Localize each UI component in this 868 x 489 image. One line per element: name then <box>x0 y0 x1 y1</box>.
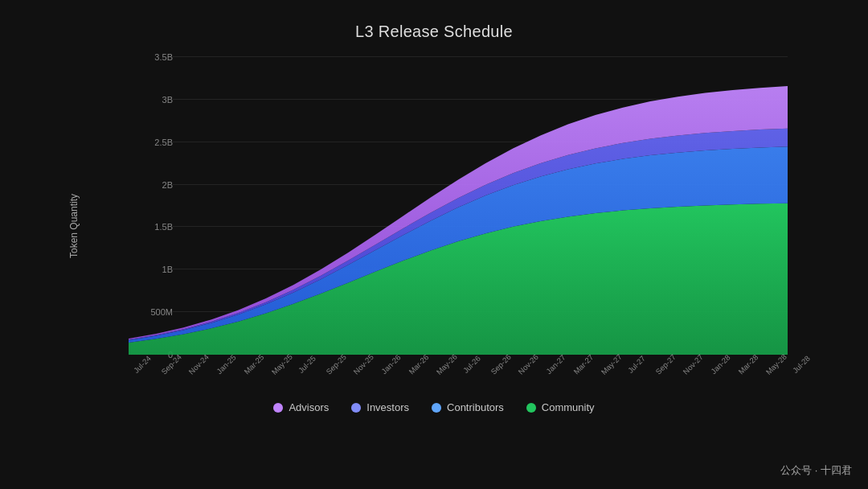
x-tick-label: Nov-24 <box>187 352 211 376</box>
x-tick-label: May-28 <box>764 352 788 376</box>
chart-area: Token Quantity 0500M1B1.5B2B2.5B3B3.5B <box>80 57 788 395</box>
x-tick-label: May-27 <box>599 352 623 376</box>
x-tick-label: Nov-26 <box>517 352 540 376</box>
legend-color-dot <box>273 403 283 413</box>
legend-color-dot <box>526 403 536 413</box>
chart-container: L3 Release Schedule Token Quantity 0500M… <box>0 0 868 489</box>
x-tick-label: Sep-24 <box>160 352 183 376</box>
legend-label-text: Community <box>542 401 595 413</box>
x-tick-label: Jul-25 <box>297 354 317 375</box>
x-tick-label: Sep-27 <box>654 352 678 376</box>
x-tick-label: Mar-28 <box>736 352 760 376</box>
area-chart <box>129 57 788 355</box>
x-tick-label: Jan-25 <box>215 353 237 376</box>
x-tick-label: Mar-27 <box>571 352 595 376</box>
x-tick-label: May-26 <box>434 352 458 376</box>
x-tick-label: Jul-26 <box>461 354 482 375</box>
x-tick-label: Sep-25 <box>325 352 348 376</box>
legend-label-text: Investors <box>366 401 409 413</box>
x-tick-label: Jul-28 <box>791 354 812 375</box>
x-tick-label: Jan-27 <box>544 353 567 376</box>
x-tick-label: Nov-25 <box>352 352 375 376</box>
x-tick-label: Jan-28 <box>709 353 731 376</box>
x-tick-label: Mar-25 <box>242 352 265 376</box>
legend-item: Community <box>526 401 595 413</box>
legend-color-dot <box>432 403 441 413</box>
legend-color-dot <box>351 403 361 413</box>
legend-label-text: Contributors <box>447 401 504 413</box>
x-axis-labels: Jul-24Sep-24Nov-24Jan-25Mar-25May-25Jul-… <box>129 355 788 395</box>
legend-item: Investors <box>351 401 409 413</box>
x-tick-label: Mar-26 <box>407 352 430 376</box>
x-tick-label: Jul-27 <box>626 354 647 375</box>
watermark: 公众号 · 十四君 <box>780 463 852 478</box>
x-tick-label: Sep-26 <box>489 352 513 376</box>
legend-item: Advisors <box>273 401 329 413</box>
legend-item: Contributors <box>432 401 504 413</box>
x-tick-label: Nov-27 <box>682 352 705 376</box>
y-axis-label: Token Quantity <box>68 194 80 258</box>
legend: AdvisorsInvestorsContributorsCommunity <box>273 401 594 413</box>
chart-title: L3 Release Schedule <box>355 23 513 41</box>
x-tick-label: Jul-24 <box>132 354 153 375</box>
legend-label-text: Advisors <box>289 401 329 413</box>
x-tick-label: Jan-26 <box>379 353 402 376</box>
x-tick-label: May-25 <box>269 352 293 376</box>
